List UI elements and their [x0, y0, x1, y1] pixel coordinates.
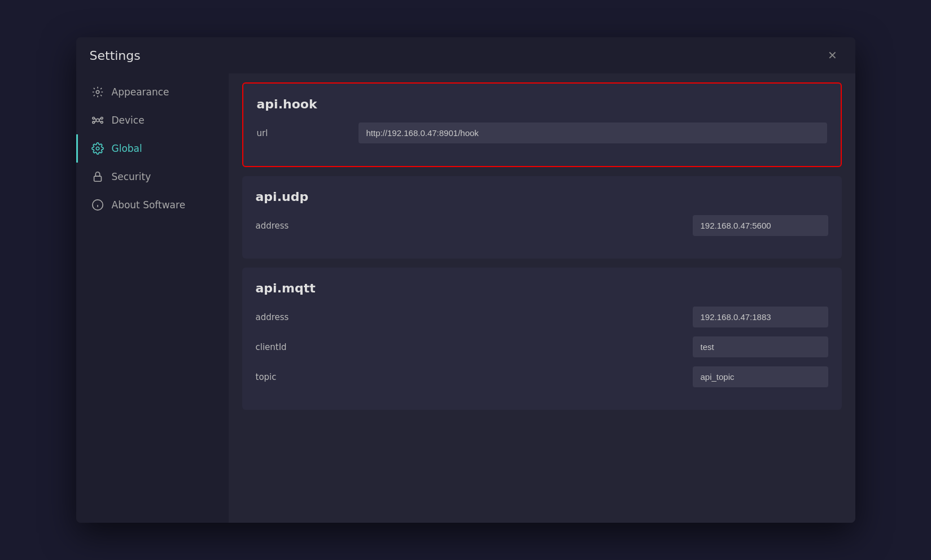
- global-icon: [91, 142, 104, 155]
- svg-point-10: [96, 147, 99, 150]
- section-api-mqtt: api.mqtt address clientId topic: [242, 268, 842, 410]
- field-input-mqtt-clientid[interactable]: [693, 336, 828, 357]
- field-input-mqtt-address[interactable]: [693, 307, 828, 327]
- sidebar-item-appearance[interactable]: Appearance: [76, 78, 229, 106]
- svg-line-7: [99, 118, 100, 120]
- main-content: api.hook url api.udp address api.mqtt ad…: [229, 73, 855, 523]
- field-input-url[interactable]: [359, 123, 827, 143]
- field-row-mqtt-address: address: [256, 307, 828, 327]
- field-label-udp-address: address: [256, 221, 357, 231]
- svg-line-6: [94, 118, 96, 120]
- svg-rect-11: [94, 176, 101, 181]
- svg-point-3: [100, 117, 103, 120]
- sidebar-label-security: Security: [112, 171, 151, 182]
- sidebar-label-appearance: Appearance: [112, 86, 169, 98]
- field-input-udp-address[interactable]: [693, 215, 828, 236]
- title-bar: Settings ✕: [76, 37, 855, 73]
- about-icon: [91, 199, 104, 211]
- sidebar-item-global[interactable]: Global: [76, 134, 229, 163]
- svg-point-1: [96, 119, 99, 122]
- section-api-hook: api.hook url: [242, 82, 842, 167]
- security-icon: [91, 170, 104, 183]
- section-title-api-hook: api.hook: [257, 97, 827, 111]
- field-row-mqtt-topic: topic: [256, 366, 828, 387]
- field-row-url: url: [257, 123, 827, 143]
- svg-point-2: [92, 117, 94, 120]
- content-area: Appearance Device: [76, 73, 855, 523]
- svg-point-0: [96, 90, 99, 94]
- sidebar-label-device: Device: [112, 115, 145, 126]
- sidebar: Appearance Device: [76, 73, 229, 523]
- field-label-mqtt-clientid: clientId: [256, 342, 357, 352]
- section-title-api-udp: api.udp: [256, 190, 828, 204]
- svg-point-4: [92, 121, 94, 124]
- close-button[interactable]: ✕: [824, 46, 842, 64]
- field-row-udp-address: address: [256, 215, 828, 236]
- device-icon: [91, 114, 104, 126]
- sidebar-label-about: About Software: [112, 199, 186, 211]
- field-row-mqtt-clientid: clientId: [256, 336, 828, 357]
- section-api-udp: api.udp address: [242, 176, 842, 259]
- close-icon: ✕: [828, 49, 837, 62]
- svg-point-5: [100, 121, 103, 124]
- sidebar-label-global: Global: [112, 143, 142, 154]
- sidebar-item-device[interactable]: Device: [76, 106, 229, 134]
- field-input-mqtt-topic[interactable]: [693, 366, 828, 387]
- window-title: Settings: [90, 49, 141, 63]
- field-label-mqtt-topic: topic: [256, 372, 357, 382]
- sidebar-item-about[interactable]: About Software: [76, 191, 229, 219]
- svg-line-9: [99, 121, 100, 123]
- field-label-url: url: [257, 128, 359, 138]
- field-label-mqtt-address: address: [256, 312, 357, 322]
- section-title-api-mqtt: api.mqtt: [256, 281, 828, 295]
- appearance-icon: [91, 86, 104, 98]
- svg-line-8: [94, 121, 96, 123]
- sidebar-item-security[interactable]: Security: [76, 163, 229, 191]
- settings-window: Settings ✕ Appearance: [76, 37, 855, 523]
